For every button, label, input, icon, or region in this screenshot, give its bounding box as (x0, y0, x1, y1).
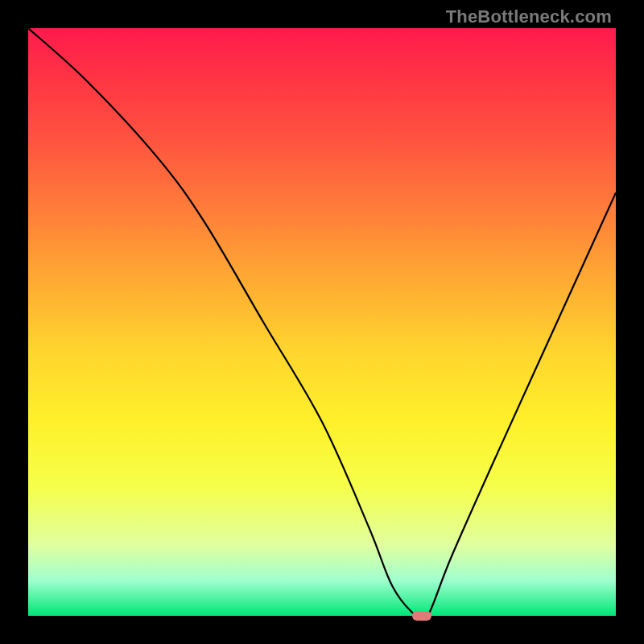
optimal-marker (412, 611, 431, 621)
bottleneck-curve (28, 28, 616, 616)
plot-area (28, 28, 616, 616)
chart-container: TheBottleneck.com (0, 0, 644, 644)
watermark-text: TheBottleneck.com (446, 6, 612, 27)
curve-path (28, 28, 616, 616)
